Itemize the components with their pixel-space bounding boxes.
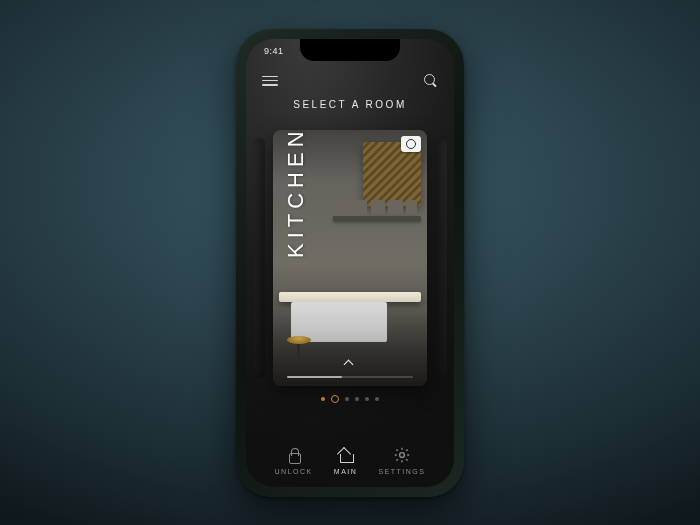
chevron-up-icon[interactable] <box>345 358 355 368</box>
dot-1[interactable] <box>331 395 339 403</box>
phone-screen: 9:41 SELECT A ROOM KITCHE <box>246 39 454 487</box>
room-card-current[interactable]: KITCHEN <box>273 130 427 386</box>
top-bar <box>246 71 454 91</box>
nav-main-label: MAIN <box>334 468 358 475</box>
dot-2[interactable] <box>345 397 349 401</box>
nav-unlock-label: UNLOCK <box>275 468 313 475</box>
decor-stool <box>287 336 311 366</box>
dot-0[interactable] <box>321 397 325 401</box>
dot-4[interactable] <box>365 397 369 401</box>
device-notch <box>300 39 400 61</box>
nav-settings[interactable]: SETTINGS <box>378 446 425 475</box>
camera-icon[interactable] <box>401 136 421 152</box>
app-mockup-stage: 9:41 SELECT A ROOM KITCHE <box>0 0 700 525</box>
carousel-next-peek[interactable] <box>435 138 447 378</box>
phone-frame: 9:41 SELECT A ROOM KITCHE <box>236 29 464 497</box>
room-card-label: KITCHEN <box>283 130 309 258</box>
nav-main[interactable]: MAIN <box>334 446 358 475</box>
page-title: SELECT A ROOM <box>246 99 454 110</box>
decor-shelf <box>333 216 421 221</box>
decor-counter <box>279 292 421 302</box>
room-carousel[interactable]: KITCHEN <box>246 127 454 389</box>
bottom-nav: UNLOCK MAIN SETTINGS <box>246 446 454 475</box>
status-bar-time: 9:41 <box>264 46 284 56</box>
dot-3[interactable] <box>355 397 359 401</box>
carousel-dots <box>246 397 454 403</box>
home-icon <box>337 446 355 464</box>
dot-5[interactable] <box>375 397 379 401</box>
nav-settings-label: SETTINGS <box>378 468 425 475</box>
room-card-progress <box>287 376 413 378</box>
gear-icon <box>393 446 411 464</box>
lock-icon <box>285 446 303 464</box>
search-icon[interactable] <box>424 74 438 88</box>
nav-unlock[interactable]: UNLOCK <box>275 446 313 475</box>
carousel-prev-peek[interactable] <box>253 138 265 378</box>
svg-point-0 <box>400 452 405 457</box>
menu-icon[interactable] <box>262 76 278 86</box>
